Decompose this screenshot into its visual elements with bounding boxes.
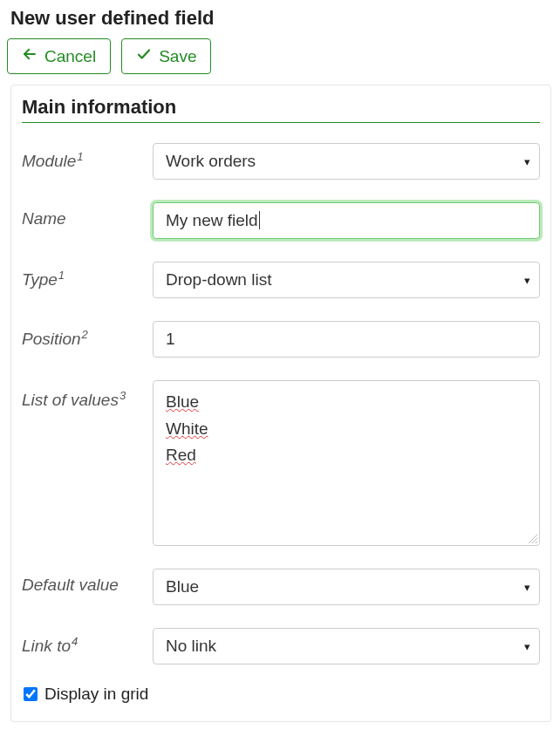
position-input-value: 1: [166, 330, 175, 348]
list-of-values-label: List of values3: [22, 380, 153, 410]
type-select-value: Drop-down list: [166, 270, 271, 289]
list-of-values-line: White: [166, 416, 208, 442]
default-value-row: Default value Blue: [22, 557, 540, 617]
arrow-left-icon: [22, 46, 38, 66]
main-information-panel: Main information Module1 Work orders Nam…: [10, 85, 551, 722]
link-to-label-text: Link to: [22, 637, 71, 656]
type-label-sup: 1: [58, 269, 65, 282]
default-value-label-text: Default value: [22, 576, 119, 594]
default-value-select-value: Blue: [166, 577, 199, 596]
list-of-values-line: Blue: [166, 389, 199, 415]
display-in-grid-row: Display in grid: [22, 676, 540, 711]
list-of-values-label-sup: 3: [120, 389, 126, 402]
page-title: New user defined field: [3, 7, 560, 35]
position-label: Position2: [22, 321, 153, 349]
text-caret: [259, 211, 260, 229]
name-input-value: My new field: [166, 211, 258, 229]
type-label: Type1: [22, 262, 153, 290]
type-row: Type1 Drop-down list: [22, 250, 540, 310]
module-label: Module1: [22, 143, 153, 171]
position-label-sup: 2: [82, 328, 88, 341]
module-label-text: Module: [22, 152, 76, 170]
cancel-button-label: Cancel: [44, 47, 96, 66]
section-heading: Main information: [22, 96, 540, 123]
save-button[interactable]: Save: [121, 38, 211, 74]
resize-handle-icon: [527, 533, 537, 543]
module-select-value: Work orders: [166, 152, 256, 170]
list-of-values-textarea[interactable]: Blue White Red: [153, 380, 540, 546]
position-label-text: Position: [22, 331, 81, 349]
link-to-select-value: No link: [166, 637, 216, 655]
default-value-select[interactable]: Blue: [153, 569, 540, 605]
save-button-label: Save: [159, 47, 196, 66]
module-row: Module1 Work orders: [22, 132, 540, 191]
display-in-grid-checkbox[interactable]: [24, 687, 38, 701]
list-of-values-row: List of values3 Blue White Red: [22, 369, 540, 557]
check-icon: [136, 46, 152, 66]
name-row: Name My new field: [22, 191, 540, 250]
position-row: Position2 1: [22, 310, 540, 369]
display-in-grid-label: Display in grid: [44, 685, 148, 704]
list-of-values-label-text: List of values: [22, 392, 119, 410]
name-label-text: Name: [22, 209, 66, 228]
cancel-button[interactable]: Cancel: [7, 38, 111, 74]
name-label: Name: [22, 202, 153, 228]
name-input[interactable]: My new field: [153, 202, 540, 239]
module-select[interactable]: Work orders: [153, 143, 540, 180]
default-value-label: Default value: [22, 569, 153, 595]
link-to-row: Link to4 No link: [22, 617, 540, 676]
position-input[interactable]: 1: [153, 321, 540, 358]
link-to-select[interactable]: No link: [153, 628, 540, 664]
type-label-text: Type: [22, 271, 58, 290]
link-to-label: Link to4: [22, 628, 153, 656]
module-label-sup: 1: [77, 150, 83, 163]
type-select[interactable]: Drop-down list: [153, 262, 540, 298]
list-of-values-line: Red: [166, 442, 196, 468]
toolbar: Cancel Save: [3, 35, 560, 85]
link-to-label-sup: 4: [72, 635, 78, 648]
